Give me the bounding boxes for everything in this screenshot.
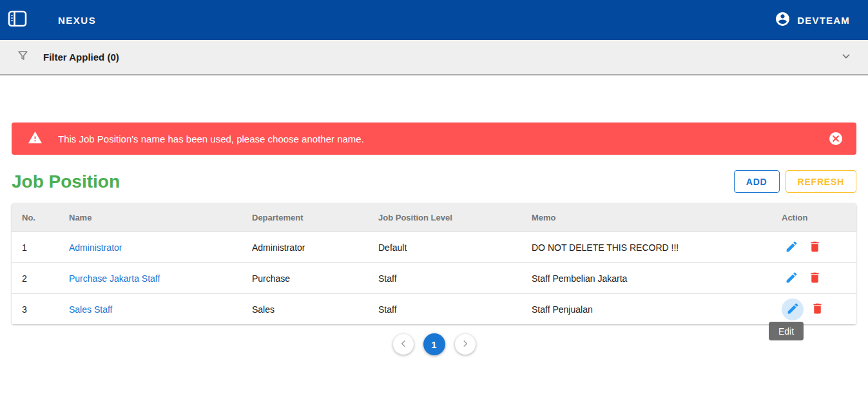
delete-button[interactable]: [805, 269, 824, 288]
user-menu[interactable]: DEVTEAM: [775, 11, 850, 30]
memo-value: DO NOT DELETE THIS RECORD !!!: [521, 242, 771, 253]
level-value: Staff: [368, 304, 521, 315]
account-circle-icon: [775, 11, 791, 30]
filter-applied-label: Filter Applied (0): [43, 52, 119, 63]
trash-icon: [811, 302, 824, 317]
edit-button[interactable]: [782, 299, 804, 320]
job-position-table: No. Name Departement Job Position Level …: [12, 203, 856, 324]
main-content: This Job Position's name has been used, …: [0, 123, 868, 355]
table-header-row: No. Name Departement Job Position Level …: [12, 203, 856, 231]
trash-icon: [808, 271, 822, 286]
table-row: 1 Administrator Administrator Default DO…: [12, 231, 856, 262]
add-button[interactable]: ADD: [734, 170, 780, 193]
previous-page-button[interactable]: [393, 334, 414, 355]
job-position-link[interactable]: Administrator: [69, 242, 122, 253]
next-page-button[interactable]: [455, 334, 476, 355]
memo-value: Staff Pembelian Jakarta: [521, 273, 771, 284]
job-position-link[interactable]: Purchase Jakarta Staff: [69, 273, 160, 284]
delete-button[interactable]: [807, 300, 827, 319]
level-value: Staff: [368, 273, 521, 284]
app-bar: NEXUS DEVTEAM: [0, 0, 868, 40]
department-value: Purchase: [242, 273, 368, 284]
user-name-label: DEVTEAM: [797, 15, 850, 26]
edit-button[interactable]: [782, 238, 801, 257]
pagination: 1: [12, 333, 856, 355]
department-value: Sales: [242, 304, 368, 315]
row-number: 3: [12, 304, 59, 315]
app-title: NEXUS: [58, 15, 96, 26]
edit-pencil-icon: [786, 302, 800, 317]
column-header-memo: Memo: [521, 213, 771, 222]
edit-tooltip: Edit: [769, 322, 804, 340]
heading-row: Job Position ADD REFRESH: [12, 170, 856, 193]
sidebar-icon: [8, 10, 27, 30]
column-header-action: Action: [771, 213, 856, 222]
chevron-left-icon: [399, 339, 408, 350]
column-header-no: No.: [12, 213, 59, 222]
level-value: Default: [368, 242, 521, 253]
chevron-right-icon: [461, 339, 470, 350]
page-title: Job Position: [12, 172, 120, 192]
row-number: 2: [12, 273, 59, 284]
memo-value: Staff Penjualan: [521, 304, 771, 315]
delete-button[interactable]: [805, 238, 824, 257]
warning-icon: [28, 130, 43, 148]
table-row: 2 Purchase Jakarta Staff Purchase Staff …: [12, 262, 856, 293]
chevron-down-icon[interactable]: [841, 51, 851, 64]
refresh-button[interactable]: REFRESH: [786, 170, 857, 193]
sidebar-toggle-button[interactable]: [6, 9, 28, 31]
filter-icon: [17, 50, 29, 64]
alert-message: This Job Position's name has been used, …: [58, 133, 364, 144]
edit-pencil-icon: [785, 271, 798, 286]
alert-close-icon[interactable]: [828, 131, 844, 146]
column-header-name: Name: [59, 213, 242, 222]
filter-bar[interactable]: Filter Applied (0): [0, 40, 868, 75]
trash-icon: [808, 240, 822, 255]
column-header-departement: Departement: [242, 213, 368, 222]
row-number: 1: [12, 242, 59, 253]
edit-button[interactable]: [782, 269, 801, 288]
error-alert: This Job Position's name has been used, …: [12, 123, 856, 155]
department-value: Administrator: [242, 242, 368, 253]
page-1-button[interactable]: 1: [423, 333, 445, 355]
job-position-link[interactable]: Sales Staff: [69, 304, 112, 315]
edit-pencil-icon: [785, 240, 798, 255]
column-header-level: Job Position Level: [368, 213, 521, 222]
table-row: 3 Sales Staff Sales Staff Staff Penjuala…: [12, 293, 856, 324]
